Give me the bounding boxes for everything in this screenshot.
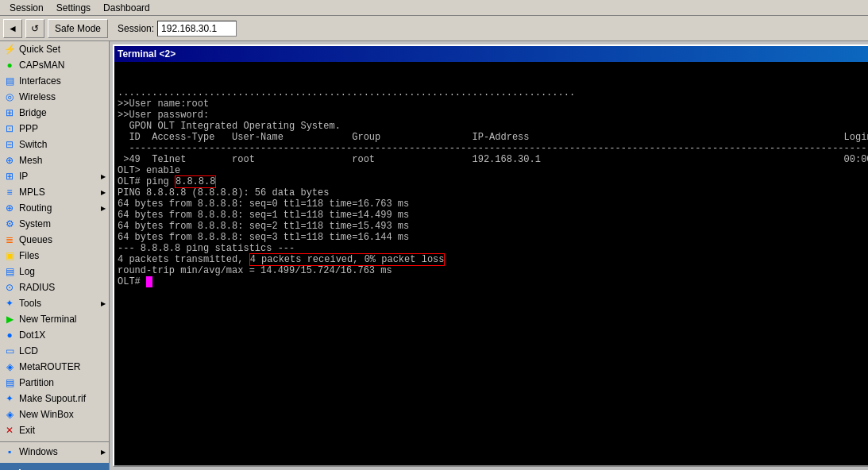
menu-session[interactable]: Session [3, 2, 50, 13]
session-input[interactable] [157, 21, 237, 37]
exit-icon: ✕ [3, 424, 16, 437]
sidebar-item-label: Switch [19, 139, 47, 150]
sidebar-item-quick-set[interactable]: ⚡Quick Set [0, 41, 109, 57]
terminal-line: 64 bytes from 8.8.8.8: seq=0 ttl=118 tim… [118, 198, 868, 210]
sidebar-item-interfaces[interactable]: ▤Interfaces [0, 73, 109, 89]
lcd-icon: ▭ [3, 345, 16, 357]
system-icon: ⚙ [3, 218, 16, 230]
back-button[interactable]: ◄ [3, 19, 22, 38]
sidebar-item-new-terminal[interactable]: ▶New Terminal [0, 311, 109, 327]
terminal-line: ----------------------------------------… [118, 143, 868, 154]
menu-settings[interactable]: Settings [50, 2, 97, 13]
terminal-window: Terminal <2> 🗗 ✕ .......................… [113, 44, 868, 467]
sidebar-item-bridge[interactable]: ⊞Bridge [0, 105, 109, 121]
sidebar-item-metarouter[interactable]: ◈MetaROUTER [0, 359, 109, 375]
sidebar-item-label: Wireless [19, 91, 56, 102]
sidebar-item-switch[interactable]: ⊟Switch [0, 137, 109, 152]
switch-icon: ⊟ [3, 138, 16, 151]
sidebar-item-partition[interactable]: ▤Partition [0, 375, 109, 391]
arrow-icon: ▶ [101, 300, 106, 307]
main-area: ⚡Quick Set●CAPsMAN▤Interfaces◎Wireless⊞B… [0, 41, 868, 470]
sidebar-item-label: Partition [19, 377, 54, 388]
windows-icon: ▪ [3, 445, 16, 458]
queues-icon: ≣ [3, 233, 16, 246]
sidebar-item-windows[interactable]: ▪ Windows ▶ [0, 444, 109, 460]
terminal-line: 64 bytes from 8.8.8.8: seq=3 ttl=118 tim… [118, 232, 868, 243]
sidebar-item-dot1x[interactable]: ●Dot1X [0, 327, 109, 343]
files-icon: ▣ [3, 249, 16, 262]
new-winbox-icon: ◈ [3, 408, 16, 421]
sidebar-item-label: Windows [19, 446, 58, 457]
sidebar-item-label: Log [19, 266, 35, 277]
sidebar: ⚡Quick Set●CAPsMAN▤Interfaces◎Wireless⊞B… [0, 41, 110, 470]
metarouter-icon: ◈ [3, 360, 16, 373]
sidebar-item-ppp[interactable]: ⊡PPP [0, 121, 109, 137]
sidebar-item-routing[interactable]: ⊕Routing▶ [0, 200, 109, 216]
sidebar-item-label: IP [19, 171, 28, 182]
terminal-line: --- 8.8.8.8 ping statistics --- [118, 243, 868, 254]
refresh-button[interactable]: ↺ [25, 19, 44, 38]
mesh-icon: ⊕ [3, 154, 16, 167]
sidebar-item-label: RADIUS [19, 282, 55, 293]
mpls-icon: ≡ [3, 186, 16, 198]
terminal-line: >>User name:root [118, 98, 868, 110]
sidebar-item-mesh[interactable]: ⊕Mesh [0, 152, 109, 168]
terminal-line: 64 bytes from 8.8.8.8: seq=1 ttl=118 tim… [118, 210, 868, 221]
terminal-line: ID Access-Type User-Name Group IP-Addres… [118, 132, 868, 143]
ppp-icon: ⊡ [3, 122, 16, 135]
sidebar-item-label: Mesh [19, 155, 42, 166]
terminal-cursor [146, 276, 152, 287]
interfaces-icon: ▤ [3, 75, 16, 87]
terminal-line: GPON OLT Integrated Operating System. [118, 121, 868, 132]
menu-dashboard[interactable]: Dashboard [97, 2, 156, 13]
tools-icon: ✦ [3, 297, 16, 310]
partition-icon: ▤ [3, 376, 16, 389]
ping-target: 8.8.8.8 [175, 175, 216, 188]
terminal-line: OLT> enable [118, 165, 868, 176]
terminal-content[interactable]: ........................................… [114, 62, 868, 465]
sidebar-item-label: Make Supout.rif [19, 393, 86, 404]
sidebar-item-label: System [19, 218, 51, 229]
sidebar-item-queues[interactable]: ≣Queues [0, 232, 109, 248]
sidebar-item-mpls[interactable]: ≡MPLS▶ [0, 184, 109, 200]
sidebar-item-label: Quick Set [19, 44, 60, 55]
bridge-icon: ⊞ [3, 106, 16, 119]
sidebar-item-lcd[interactable]: ▭LCD [0, 343, 109, 359]
terminal-line: 64 bytes from 8.8.8.8: seq=2 ttl=118 tim… [118, 221, 868, 232]
sidebar-item-label: Dot1X [19, 329, 45, 341]
sidebar-item-log[interactable]: ▤Log [0, 264, 109, 279]
sidebar-item-label: Tools [19, 298, 41, 309]
terminal-line: round-trip min/avg/max = 14.499/15.724/1… [118, 265, 868, 276]
capsman-icon: ● [3, 59, 16, 71]
sidebar-item-radius[interactable]: ⊙RADIUS [0, 279, 109, 295]
terminal-title: Terminal <2> [118, 48, 176, 60]
terminal-line: OLT# ping 8.8.8.8 [118, 176, 868, 187]
wireless-icon: ◎ [3, 91, 16, 103]
sidebar-item-new-winbox[interactable]: ◈New WinBox [0, 406, 109, 422]
terminal-line: ........................................… [118, 87, 868, 98]
sidebar-item-label: Exit [19, 425, 35, 436]
terminal-title-bar: Terminal <2> 🗗 ✕ [114, 46, 868, 62]
safe-mode-button[interactable]: Safe Mode [48, 19, 108, 38]
sidebar-item-system[interactable]: ⚙System [0, 216, 109, 232]
routing-icon: ⊕ [3, 202, 16, 214]
sidebar-item-exit[interactable]: ✕Exit [0, 422, 109, 438]
sidebar-item-wireless[interactable]: ◎Wireless [0, 89, 109, 105]
sidebar-item-files[interactable]: ▣Files [0, 248, 109, 264]
dot1x-icon: ● [3, 329, 16, 341]
sidebar-item-label: CAPsMAN [19, 60, 64, 71]
terminal-container: Terminal <2> 🗗 ✕ .......................… [110, 41, 868, 470]
toolbar: ◄ ↺ Safe Mode Session: [0, 16, 868, 41]
radius-icon: ⊙ [3, 281, 16, 294]
sidebar-item-capsman[interactable]: ●CAPsMAN [0, 57, 109, 73]
terminal-line: >49 Telnet root root 192.168.30.1 00:00:… [118, 154, 868, 165]
sidebar-item-tools[interactable]: ✦Tools▶ [0, 295, 109, 311]
sidebar-item-ip[interactable]: ⊞IP▶ [0, 168, 109, 184]
log-icon: ▤ [3, 265, 16, 278]
menu-bar: Session Settings Dashboard [0, 0, 868, 16]
sidebar-item-label: MPLS [19, 187, 45, 198]
sidebar-item-make-supout[interactable]: ✦Make Supout.rif [0, 391, 109, 406]
sidebar-item-label: Bridge [19, 107, 47, 118]
sidebar-item-label: Files [19, 250, 39, 261]
sidebar-item-label: MetaROUTER [19, 361, 80, 372]
